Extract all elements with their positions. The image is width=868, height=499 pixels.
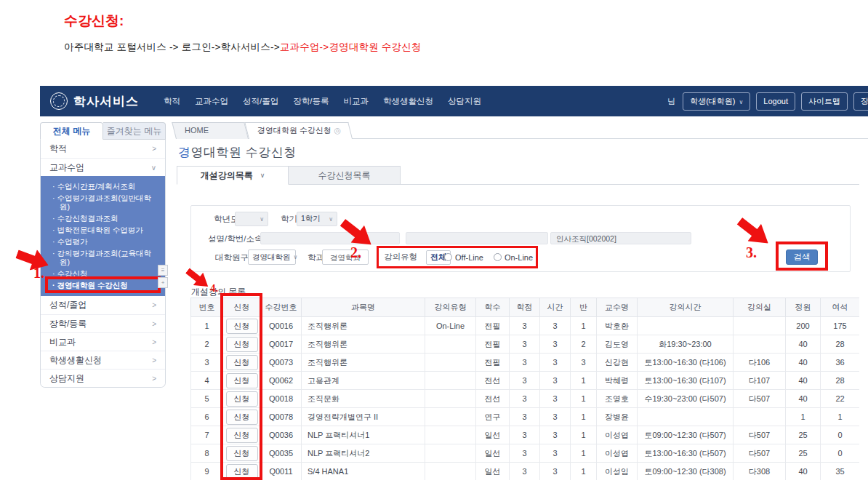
cell-반: 1 [571,317,597,335]
cell-수강번호: Q0011 [261,463,302,481]
close-icon[interactable]: ◎ [334,126,341,135]
sidebar-subitem[interactable]: · 수업평가결과조회(일반대학원) [52,192,158,212]
lecture-type-option-On-Line[interactable]: On-Line [494,253,533,262]
apply-button[interactable]: 신청 [226,446,258,461]
sidebar-item-장학/등록[interactable]: 장학/등록> [41,314,165,332]
department-field[interactable]: 경영학과 [322,250,369,265]
apply-button[interactable]: 신청 [226,410,258,425]
sidebar-collapse-button[interactable]: ≡ [158,265,168,276]
cell-반: 1 [571,372,597,390]
nav-item-장학/등록[interactable]: 장학/등록 [293,96,329,107]
sidebar-item-상담지원[interactable]: 상담지원> [41,369,165,387]
grad-division-select[interactable]: 경영대학원 ∨ [248,250,296,265]
tab-registered-courses[interactable]: 수강신청목록 [289,166,401,185]
app-title: 학사서비스 [73,93,139,110]
lecture-type-option-Off-Line[interactable]: Off-Line [444,253,483,262]
apply-button[interactable]: 신청 [226,337,258,352]
nav-item-학생생활신청[interactable]: 학생생활신청 [383,96,433,107]
sidebar-expand-button[interactable]: + [158,277,168,288]
cell-강의유형 [425,463,476,481]
annotation-path-plain: 아주대학교 포털서비스 -> 로그인->학사서비스-> [64,41,280,52]
sidebar-subitem[interactable]: · 수업시간표/계획서조회 [52,180,158,192]
cell-정원: 40 [786,335,821,354]
cell-신청: 신청 [223,390,261,408]
cell-수강번호: Q0017 [261,335,302,354]
header-button-0[interactable]: 학생(대학원)∨ [683,92,750,111]
sidebar-subitem[interactable]: · 경영대학원 수강신청 [52,279,158,291]
window-tab-course-registration[interactable]: 경영대학원 수강신청 ◎ [249,122,353,139]
nav-item-상담지원[interactable]: 상담지원 [448,96,481,107]
cell-정원: 40 [786,354,821,372]
nav-item-학적[interactable]: 학적 [164,96,180,107]
sidebar-item-성적/졸업[interactable]: 성적/졸업> [41,296,165,314]
chevron-right-icon: > [152,145,156,153]
header-button-1[interactable]: Logout [756,92,795,111]
apply-button[interactable]: 신청 [226,319,258,334]
tab-open-courses[interactable]: 개설강의목록 ∨ [177,166,289,185]
page-title-rest: 영대학원 수강신청 [191,145,297,159]
sidebar-item-gyogwasueop[interactable]: 교과수업 ∨ [41,158,165,176]
cell-학점: 3 [510,390,540,408]
chevron-right-icon: > [152,301,156,309]
chevron-right-icon: > [152,320,156,328]
radio-icon [444,253,452,261]
sidebar-item-학생생활신청[interactable]: 학생생활신청> [41,351,165,369]
cell-반: 1 [571,463,597,481]
search-button[interactable]: 검색 [786,250,818,265]
name-field[interactable] [260,232,400,244]
course-table-wrap[interactable]: 번호신청수강번호과목명강의유형학수학점시간반교수명강의시간강의실정원여석1신청Q… [190,298,859,480]
header-right: 님 학생(대학원)∨Logout사이트맵장애 [667,92,868,111]
sidebar-subitem[interactable]: · 수강신청 [52,268,158,279]
year-select[interactable]: ∨ [235,212,268,226]
sidebar-item-hakjeok[interactable]: 학적 > [41,140,165,158]
cell-수강번호: Q0078 [261,408,302,426]
sidebar-subitem[interactable]: · 수강신청결과조회 [52,212,158,224]
window-tab-home[interactable]: HOME [176,122,249,139]
logo[interactable]: 학사서비스 [50,92,139,110]
sidebar-tab-all-menu[interactable]: 전체 메뉴 [40,122,103,140]
sidebar-bottom: 성적/졸업>장학/등록>비교과>학생생활신청>상담지원> [41,296,165,387]
sidebar-tab-favorites[interactable]: 즐겨찾는 메뉴 [103,122,166,140]
sidebar-subitem[interactable]: · 강의평가결과조회(교육대학원) [52,247,158,268]
chevron-right-icon: > [152,356,156,364]
cell-학점: 3 [510,317,540,335]
cell-교수명: 이성엽 [597,444,638,463]
apply-button[interactable]: 신청 [226,428,258,443]
nav-item-교과수업[interactable]: 교과수업 [195,96,228,107]
annotation-path: 아주대학교 포털서비스 -> 로그인->학사서비스->교과수업->경영대학원 수… [64,41,422,54]
chevron-right-icon: > [152,375,156,383]
university-emblem-icon [50,92,68,110]
apply-button[interactable]: 신청 [226,373,258,388]
apply-button[interactable]: 신청 [226,355,258,370]
annotation-box-1 [45,276,161,293]
cell-신청: 신청 [223,426,261,444]
list-icon: ≡ [161,267,165,274]
cell-번호: 7 [191,426,223,444]
header-nav: 학적교과수업성적/졸업장학/등록비교과학생생활신청상담지원 [164,96,481,107]
cell-번호: 9 [191,463,223,481]
cell-시간: 3 [540,426,571,444]
cell-교수명: 이성엽 [597,426,638,444]
cell-강의실: 다308 [734,463,786,481]
apply-button[interactable]: 신청 [226,464,258,479]
column-header-강의유형: 강의유형 [425,298,476,317]
cell-교수명: 박혜령 [597,372,638,390]
affiliation-field[interactable]: 인사조직[002002] [550,232,691,244]
sidebar-subitem[interactable]: · 수업평가 [52,236,158,247]
semester-select[interactable]: 1학기 ∨ [297,212,337,226]
apply-button[interactable]: 신청 [226,391,258,407]
lecture-type-option-전체[interactable]: 전체 [426,253,434,261]
student-id-field[interactable] [406,232,548,244]
nav-item-비교과[interactable]: 비교과 [343,96,369,107]
sidebar-subitem[interactable]: · 법학전문대학원 수업평가 [52,224,158,236]
cell-수강번호: Q0073 [261,354,302,372]
sidebar-item-label: 장학/등록 [49,318,87,330]
cell-교수명: 조영호 [597,390,638,408]
cell-강의실: 다507 [734,444,786,463]
table-row: 4신청Q0062고용관계전선331박혜령토13:00~16:30 (다107)다… [191,372,860,390]
header-button-3[interactable]: 장애 [853,92,868,111]
nav-item-성적/졸업[interactable]: 성적/졸업 [243,96,278,107]
header-button-2[interactable]: 사이트맵 [801,92,848,111]
table-header-row: 번호신청수강번호과목명강의유형학수학점시간반교수명강의시간강의실정원여석 [191,298,860,317]
sidebar-item-비교과[interactable]: 비교과> [41,332,165,351]
